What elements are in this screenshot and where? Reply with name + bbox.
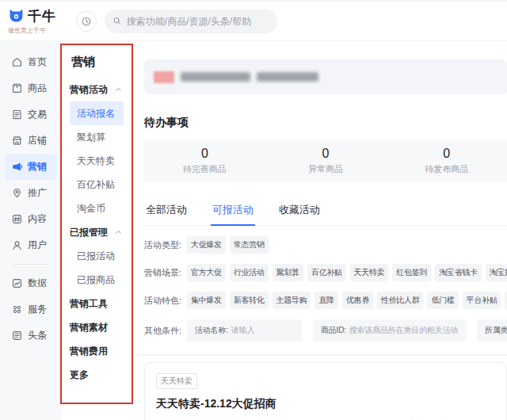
todo-stats: 0待完善商品0异常商品0待发布商品	[144, 139, 507, 182]
search-icon	[112, 16, 122, 26]
sidebar-item-label: 首页	[28, 55, 47, 69]
secondary-menu-title: 营销	[71, 55, 128, 70]
tab-open[interactable]: 可报活动	[211, 198, 255, 226]
data-icon	[11, 277, 23, 289]
tab-favorite[interactable]: 收藏活动	[277, 198, 322, 225]
search-input[interactable]	[127, 16, 269, 27]
filter-label: 活动特色:	[144, 295, 181, 307]
menu-item-juhuasuan[interactable]: 聚划算	[70, 125, 128, 149]
headline-icon	[11, 330, 23, 342]
stat-value: 0	[265, 147, 387, 161]
filter-tags: 集中爆发新客转化主题导购直降优惠券性价比人群低门槛平台补贴审核快	[187, 292, 507, 309]
sidebar-item-data[interactable]: 数据	[5, 270, 57, 296]
filter-tag[interactable]: 大促爆发	[187, 236, 226, 254]
filter-label: 营销场景:	[144, 267, 181, 279]
trade-icon	[11, 109, 23, 120]
clock-icon	[81, 16, 92, 27]
activity-tag-badge: 天天特卖	[156, 373, 197, 389]
sidebar-item-headline[interactable]: 头条	[5, 323, 57, 349]
sidebar-item-label: 数据	[28, 277, 47, 290]
sidebar-item-label: 交易	[28, 108, 47, 121]
filter-tag[interactable]: 平台补贴	[463, 292, 501, 309]
activity-name-field[interactable]: 活动名称:请输入	[187, 319, 302, 342]
todo-stat[interactable]: 0异常商品	[265, 147, 387, 175]
filter-tag[interactable]: 官方大促	[187, 264, 226, 281]
filter-tag[interactable]: 主题导购	[273, 292, 311, 309]
sidebar-item-label: 内容	[28, 212, 47, 226]
sidebar-item-content[interactable]: 内容	[5, 206, 57, 232]
filter-tag[interactable]: 红包签到	[392, 264, 431, 281]
redacted-text	[181, 72, 250, 82]
filter-tag[interactable]: 直降	[314, 292, 337, 309]
sidebar-item-service[interactable]: 服务	[5, 296, 57, 323]
menu-item-marketing-materials[interactable]: 营销素材	[70, 315, 128, 339]
menu-item-reported-goods[interactable]: 已报商品	[70, 268, 128, 292]
todo-stat[interactable]: 0待完善商品	[144, 147, 265, 175]
filter-tag[interactable]: 淘宝省钱卡	[435, 264, 482, 281]
filter-tag[interactable]: 优惠券	[342, 292, 373, 309]
filter-tag[interactable]: 性价比人群	[377, 292, 424, 309]
tab-all[interactable]: 全部活动	[144, 198, 189, 225]
shop-icon	[11, 135, 23, 147]
filter-tag[interactable]: 集中爆发	[187, 292, 226, 309]
filter-tag[interactable]: 新客转化	[230, 292, 269, 309]
filter-tag[interactable]: 淘宝好货	[486, 264, 507, 281]
filter-label: 其他条件:	[144, 325, 181, 337]
menu-item-reported-activities[interactable]: 已报活动	[70, 244, 128, 268]
section-divider	[136, 354, 507, 356]
todo-section-title: 待办事项	[144, 116, 507, 130]
field-label: 所属类目:	[485, 325, 507, 336]
sidebar-item-promotion[interactable]: 推广	[5, 180, 57, 206]
sidebar-item-home[interactable]: 首页	[5, 49, 57, 75]
filter-tag[interactable]: 行业活动	[230, 264, 269, 281]
promotion-icon	[11, 187, 23, 199]
sidebar-item-marketing[interactable]: 营销	[5, 154, 57, 180]
menu-item-billion-subsidy[interactable]: 百亿补贴	[70, 173, 128, 197]
menu-item-marketing-fees[interactable]: 营销费用	[70, 339, 128, 363]
stat-value: 0	[144, 147, 265, 161]
sidebar-item-shop[interactable]: 店铺	[5, 128, 57, 154]
menu-item-activity-signup[interactable]: 活动报名	[70, 101, 124, 125]
filter-row: 活动类型:大促爆发常态营销	[144, 236, 507, 254]
filter-rows: 活动类型:大促爆发常态营销营销场景:官方大促行业活动聚划算百亿补贴天天特卖红包签…	[144, 236, 507, 309]
todo-stat[interactable]: 0待发布商品	[386, 147, 507, 175]
field-placeholder: 搜索该商品所在类目的相关活动	[349, 325, 458, 336]
activity-card[interactable]: 天天特卖 天天特卖-12.12大促招商 2021年天天特卖12.12大促招商正式…	[144, 362, 507, 420]
user-icon	[11, 239, 23, 251]
filter-tag[interactable]: 天天特卖	[350, 264, 389, 281]
content-icon	[11, 213, 23, 225]
product-id-field[interactable]: 商品ID:搜索该商品所在类目的相关活动	[313, 319, 466, 342]
field-label: 活动名称:	[195, 325, 228, 336]
menu-item-more[interactable]: 更多	[70, 363, 128, 387]
stat-value: 0	[386, 147, 507, 161]
history-button[interactable]	[76, 11, 97, 32]
sidebar-item-goods[interactable]: 商品	[5, 75, 57, 101]
home-icon	[11, 56, 23, 68]
sidebar-item-trade[interactable]: 交易	[5, 101, 57, 128]
filter-tag[interactable]: 聚划算	[273, 264, 303, 281]
menu-item-taojinbi[interactable]: 淘金币	[70, 197, 128, 220]
activity-title[interactable]: 天天特卖-12.12大促招商	[156, 397, 495, 411]
global-search[interactable]	[105, 10, 277, 33]
qianniu-logo[interactable]: 千牛 做生意上千牛	[8, 7, 67, 35]
goods-icon	[11, 82, 23, 94]
sidebar-item-user[interactable]: 用户	[5, 232, 57, 258]
stat-label: 异常商品	[265, 163, 387, 175]
menu-group-label: 营销活动	[70, 83, 108, 97]
category-field[interactable]: 所属类目:请选择	[477, 319, 507, 342]
menu-item-reported-management[interactable]: 已报管理	[70, 220, 128, 244]
filter-row: 活动特色:集中爆发新客转化主题导购直降优惠券性价比人群低门槛平台补贴审核快	[144, 292, 507, 309]
menu-item-tiantian-tesale[interactable]: 天天特卖	[70, 149, 128, 173]
filter-tag[interactable]: 常态营销	[230, 236, 269, 254]
filter-tag[interactable]: 百亿补贴	[307, 264, 346, 281]
sidebar-item-label: 营销	[28, 160, 47, 174]
menu-item-marketing-tools[interactable]: 营销工具	[70, 292, 128, 315]
sidebar-item-label: 商品	[28, 82, 47, 95]
topbar: 千牛 做生意上千牛	[0, 0, 507, 41]
filter-tag[interactable]: 低门槛	[427, 292, 458, 309]
other-conditions-fields: 活动名称:请输入商品ID:搜索该商品所在类目的相关活动所属类目:请选择	[187, 319, 507, 342]
menu-item-marketing-activities[interactable]: 营销活动	[70, 78, 128, 101]
qianniu-bull-icon	[8, 8, 25, 25]
service-icon	[11, 304, 23, 315]
filter-label: 活动类型:	[144, 239, 181, 251]
